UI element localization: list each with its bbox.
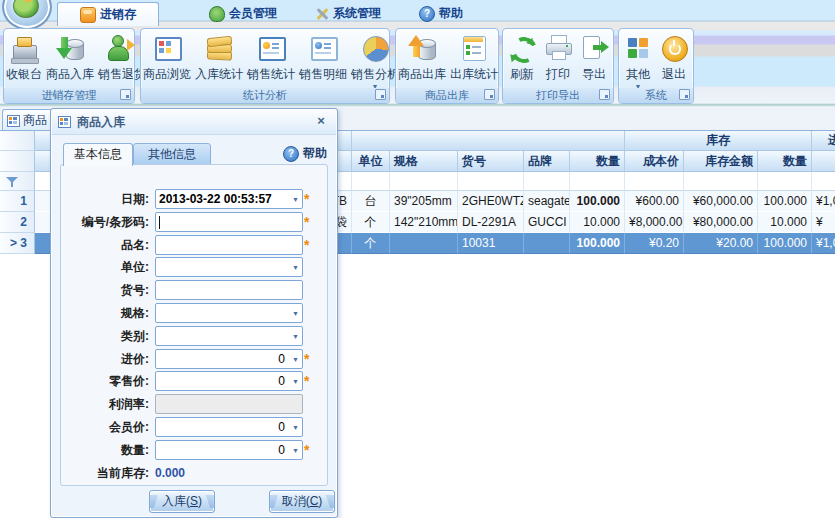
ribbon-button-sales-stats[interactable]: 销售统计 [245,32,297,84]
grid-cell-stock_amount[interactable]: ¥80,000.00 [684,212,758,233]
grid-filter-cell[interactable] [352,172,390,191]
field-value: 0 [159,350,299,368]
grid-cell-brand[interactable]: seagate [524,191,570,212]
grid-filter-cell[interactable] [524,172,570,191]
grid-column-header-qty[interactable]: 数量 [570,151,625,172]
grid-cell-qty[interactable]: 100.000 [570,191,625,212]
grid-column-header-brand[interactable]: 品牌 [524,151,570,172]
number-field[interactable]: 0▼ [155,417,303,437]
chevron-down-icon: ▼ [292,424,299,431]
grid-cell-partial[interactable]: ¥ [812,212,835,233]
cancel-button[interactable]: 取消(C) [269,490,335,513]
grid-column-header-stock_amount[interactable]: 库存金额 [684,151,758,172]
number-field[interactable]: 0▼ [155,349,303,369]
grid-filter-cell[interactable] [625,172,684,191]
grid-filter-cell[interactable] [684,172,758,191]
number-field[interactable]: 0▼ [155,440,303,460]
grid-cell-stock_amount[interactable]: ¥60,000.00 [684,191,758,212]
combo-field[interactable]: ▼ [155,257,303,277]
grid-cell-spec[interactable]: 142"210mm [390,212,458,233]
combo-field[interactable]: ▼ [155,303,303,323]
grid-cell-qty[interactable]: 10.000 [570,212,625,233]
grid-cell-cost[interactable]: ¥8,000.00 [625,212,684,233]
ribbon-button-outbound-stats[interactable]: 出库统计 [448,32,500,84]
grid-cell-qty2[interactable]: 100.000 [758,233,812,254]
grid-cell-qty[interactable]: 100.000 [570,233,625,254]
ribbon-button-other[interactable]: 其他▼ [621,32,655,91]
grid-filter-cell[interactable] [390,172,458,191]
ribbon-tab-3[interactable]: 系统管理 [300,2,396,25]
form-row-6: 规格:▼ [61,303,327,323]
ribbon-tab-label: 会员管理 [229,5,277,22]
ribbon-tab-2[interactable]: 会员管理 [190,2,296,25]
grid-cell-item_no[interactable]: DL-2291A [458,212,524,233]
grid-cell-spec[interactable] [390,233,458,254]
help-link[interactable]: ? 帮助 [283,145,327,162]
text-field[interactable] [155,280,303,300]
ribbon-group-label: 商品出库 [396,88,498,103]
grid-filter-cell[interactable] [758,172,812,191]
dialog-launcher-icon[interactable] [679,89,690,100]
ribbon-button-sales-analysis[interactable]: 销售分析▼ [349,32,401,91]
ribbon-button-inbound-stats[interactable]: 入库统计 [193,32,245,84]
tab-basic-info[interactable]: 基本信息 [63,143,133,166]
grid-cell-unit[interactable]: 个 [352,212,390,233]
grid-filter-rowheader[interactable] [0,172,35,191]
ribbon-tab-4[interactable]: ?帮助 [405,2,477,25]
dialog-title-bar[interactable]: 商品入库 [52,110,336,135]
stock-in-button[interactable]: 入库(S) [149,490,215,513]
grid-cell-spec[interactable]: 39"205mm [390,191,458,212]
grid-column-header-unit[interactable]: 单位 [352,151,390,172]
number-field[interactable]: 0▼ [155,371,303,391]
tab-other-info[interactable]: 其他信息 [133,143,211,166]
dialog-launcher-icon[interactable] [484,89,495,100]
grid-cell-item_no[interactable]: 2GHE0WTZ [458,191,524,212]
grid-cell-qty2[interactable]: 100.000 [758,191,812,212]
field-label: 会员价: [61,417,149,437]
dialog-launcher-icon[interactable] [375,89,386,100]
grid-filter-cell[interactable] [458,172,524,191]
ribbon-button-exit[interactable]: 退出 [657,32,691,84]
field-label: 单位: [61,257,149,277]
ribbon-button-refresh[interactable]: 刷新 [505,32,539,84]
required-asterisk: * [304,237,309,253]
grid-column-header-qty2[interactable]: 数量 [758,151,812,172]
grid-cell-partial[interactable]: ¥1,0 [812,191,835,212]
ribbon-button-goods-browse[interactable]: 商品浏览 [141,32,193,84]
sales-detail-icon [308,33,338,63]
grid-column-header-item_no[interactable]: 货号 [458,151,524,172]
dialog-launcher-icon[interactable] [599,89,610,100]
combo-field[interactable]: 2013-03-22 00:53:57▼ [155,189,303,209]
grid-column-header-spec[interactable]: 规格 [390,151,458,172]
grid-cell-qty2[interactable]: 10.000 [758,212,812,233]
grid-cell-stock_amount[interactable]: ¥20.00 [684,233,758,254]
grid-filter-cell[interactable] [812,172,835,191]
grid-cell-unit[interactable]: 台 [352,191,390,212]
ribbon-button-stock-out[interactable]: 商品出库 [396,32,448,84]
grid-cell-item_no[interactable]: 10031 [458,233,524,254]
grid-cell-unit[interactable]: 个 [352,233,390,254]
ribbon-tab-1[interactable]: 进销存 [57,2,159,26]
grid-cell-brand[interactable]: GUCCI [524,212,570,233]
grid-column-header-cost[interactable]: 成本价 [625,151,684,172]
ribbon-button-print[interactable]: 打印 [541,32,575,84]
grid-filter-cell[interactable] [570,172,625,191]
grid-column-header-partial[interactable] [812,151,835,172]
dialog-launcher-icon[interactable] [120,89,131,100]
combo-field[interactable]: ▼ [155,326,303,346]
ribbon-button-cashier[interactable]: 收银台 [4,32,44,84]
text-field[interactable] [155,212,303,232]
text-field[interactable] [155,235,303,255]
ribbon-button-sales-detail[interactable]: 销售明细 [297,32,349,84]
close-icon[interactable]: × [313,113,329,129]
grid-cell-partial[interactable]: ¥1,0 [812,233,835,254]
grid-cell-brand[interactable] [524,233,570,254]
grid-row-number-2[interactable]: 2 [0,212,35,233]
ribbon-button-export[interactable]: 导出 [577,32,611,84]
grid-row-number-1[interactable]: 1 [0,191,35,212]
ribbon-button-stock-in[interactable]: 商品入库 [44,32,96,84]
grid-cell-cost[interactable]: ¥0.20 [625,233,684,254]
ribbon-group-label: 统计分析 [141,88,389,103]
grid-row-number-3[interactable]: > 3 [0,233,35,254]
grid-cell-cost[interactable]: ¥600.00 [625,191,684,212]
